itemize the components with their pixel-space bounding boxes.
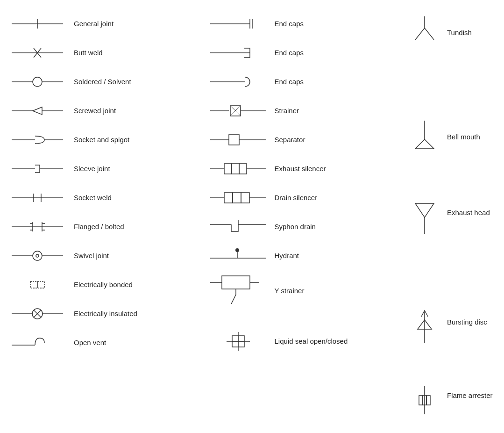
label-y-strainer: Y strainer	[271, 286, 406, 296]
label-general-joint: General joint	[70, 19, 206, 29]
label-screwed-joint: Screwed joint	[70, 106, 206, 115]
symbol-end-cap3	[206, 72, 271, 91]
symbol-bursting-disc	[406, 308, 443, 350]
row-open-vent: Open vent	[5, 328, 206, 357]
row-blank-col3-9	[406, 353, 499, 382]
label-open-vent: Open vent	[70, 338, 206, 347]
symbol-flanged-bolted	[5, 217, 70, 236]
svg-marker-80	[415, 203, 434, 217]
symbol-separator	[206, 130, 271, 149]
row-flame-arrester: Flame arrester	[406, 382, 499, 419]
row-blank-col3-11	[406, 419, 499, 433]
label-elec-insulated: Electrically insulated	[70, 309, 206, 318]
row-general-joint: General joint	[5, 9, 206, 38]
label-end-cap2: End caps	[271, 48, 406, 58]
symbol-butt-weld	[5, 43, 70, 62]
symbol-y-strainer	[206, 272, 271, 310]
svg-rect-85	[419, 396, 423, 405]
row-bell-mouth: Bell mouth	[406, 116, 499, 167]
row-separator: Separator	[206, 125, 406, 154]
symbol-socket-weld	[5, 188, 70, 207]
label-end-cap3: End caps	[271, 77, 406, 87]
row-exhaust-head: Exhaust head	[406, 196, 499, 248]
row-bursting-disc: Bursting disc	[406, 306, 499, 353]
svg-rect-51	[224, 164, 232, 174]
label-swivel-joint: Swivel joint	[70, 251, 206, 260]
svg-line-77	[425, 28, 434, 40]
row-end-cap1: End caps	[206, 9, 406, 38]
symbol-elec-bonded	[5, 275, 70, 294]
label-syphon-drain: Syphon drain	[271, 222, 406, 231]
column-1: General joint Butt weld Sold	[5, 9, 206, 433]
row-sleeve-joint: Sleeve joint	[5, 154, 206, 183]
symbol-general-joint	[5, 14, 70, 33]
symbol-flame-arrester	[406, 384, 443, 417]
row-liquid-seal: Liquid seal open/closed	[206, 325, 406, 357]
row-drain-silencer: Drain silencer	[206, 183, 406, 212]
row-swivel-joint: Swivel joint	[5, 241, 206, 270]
label-butt-weld: Butt weld	[70, 48, 206, 58]
svg-rect-53	[239, 164, 247, 174]
symbol-elec-insulated	[5, 304, 70, 323]
row-blank-col2	[206, 311, 406, 325]
symbol-sleeve-joint	[5, 159, 70, 178]
symbol-open-vent	[5, 331, 70, 354]
label-flame-arrester: Flame arrester	[443, 384, 499, 400]
svg-rect-52	[232, 164, 239, 174]
row-elec-bonded: Electrically bonded	[5, 270, 206, 299]
symbol-screwed-joint	[5, 101, 70, 120]
column-3: Tundish Bell mouth	[406, 9, 499, 433]
svg-marker-9	[33, 107, 42, 115]
row-end-cap2: End caps	[206, 38, 406, 67]
row-blank-col3-7	[406, 277, 499, 306]
row-strainer: Strainer	[206, 96, 406, 125]
label-hydrant: Hydrant	[271, 251, 406, 260]
svg-line-76	[415, 28, 425, 40]
symbol-exhaust-silencer	[206, 159, 271, 178]
row-socket-spigot: Socket and spigot	[5, 125, 206, 154]
row-screwed-joint: Screwed joint	[5, 96, 206, 125]
svg-rect-57	[233, 193, 241, 203]
row-socket-weld: Socket weld	[5, 183, 206, 212]
svg-rect-56	[224, 193, 233, 203]
svg-rect-58	[241, 193, 249, 203]
symbol-soldered	[5, 72, 70, 91]
svg-point-6	[33, 77, 42, 87]
label-separator: Separator	[271, 135, 406, 144]
label-elec-bonded: Electrically bonded	[70, 280, 206, 289]
symbol-strainer	[206, 101, 271, 120]
row-exhaust-silencer: Exhaust silencer	[206, 154, 406, 183]
label-soldered: Soldered / Solvent	[70, 77, 206, 87]
main-panel: General joint Butt weld Sold	[0, 0, 504, 433]
row-tundish: Tundish	[406, 9, 499, 58]
row-elec-insulated: Electrically insulated	[5, 299, 206, 328]
label-socket-spigot: Socket and spigot	[70, 135, 206, 144]
label-end-cap1: End caps	[271, 19, 406, 29]
svg-rect-87	[426, 396, 430, 405]
symbol-hydrant	[206, 246, 271, 265]
label-liquid-seal: Liquid seal open/closed	[271, 337, 406, 346]
svg-rect-48	[229, 135, 239, 145]
symbol-syphon-drain	[206, 215, 271, 238]
row-butt-weld: Butt weld	[5, 38, 206, 67]
row-y-strainer: Y strainer	[206, 270, 406, 311]
label-bursting-disc: Bursting disc	[443, 308, 499, 327]
row-hydrant: Hydrant	[206, 241, 406, 270]
svg-point-27	[36, 254, 39, 257]
svg-rect-65	[222, 276, 250, 289]
label-drain-silencer: Drain silencer	[271, 193, 406, 202]
row-blank-col3-6	[406, 248, 499, 277]
label-bell-mouth: Bell mouth	[443, 118, 499, 142]
symbol-end-cap2	[206, 43, 271, 62]
row-blank-col3-1	[406, 58, 499, 87]
label-socket-weld: Socket weld	[70, 193, 206, 202]
symbol-end-cap1	[206, 14, 271, 33]
row-blank-col3-4	[406, 167, 499, 196]
symbol-exhaust-head	[406, 199, 443, 245]
svg-point-64	[235, 248, 239, 252]
label-exhaust-head: Exhaust head	[443, 199, 499, 217]
symbol-drain-silencer	[206, 188, 271, 207]
symbol-bell-mouth	[406, 118, 443, 165]
symbol-tundish	[406, 14, 443, 56]
svg-point-26	[33, 251, 42, 260]
